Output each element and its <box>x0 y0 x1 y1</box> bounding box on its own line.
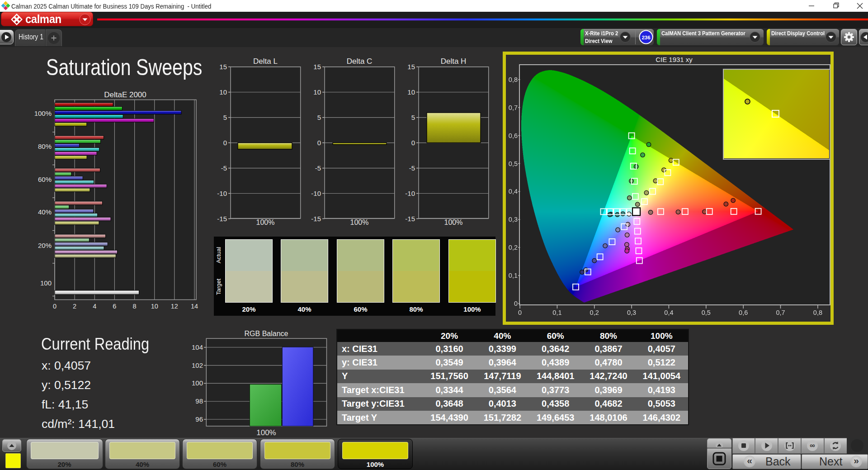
svg-text:100%: 100% <box>256 428 276 437</box>
svg-text:98: 98 <box>195 397 203 405</box>
svg-text:0,2: 0,2 <box>590 309 599 316</box>
svg-text:RGB Balance: RGB Balance <box>245 330 288 337</box>
svg-text:100%: 100% <box>256 218 275 226</box>
svg-text:0,4: 0,4 <box>509 188 518 195</box>
svg-text:4: 4 <box>93 303 96 310</box>
svg-text:40%: 40% <box>38 208 52 216</box>
svg-text:-15: -15 <box>405 215 415 223</box>
svg-text:DeltaE 2000: DeltaE 2000 <box>104 90 146 99</box>
svg-text:0,7: 0,7 <box>776 309 785 316</box>
svg-text:0: 0 <box>518 309 522 316</box>
svg-text:-5: -5 <box>315 164 321 172</box>
svg-text:100%: 100% <box>350 218 369 226</box>
svg-text:-5: -5 <box>221 164 227 172</box>
svg-text:Delta H: Delta H <box>441 57 467 66</box>
svg-text:0,1: 0,1 <box>552 309 561 316</box>
svg-text:0,8: 0,8 <box>509 76 518 83</box>
svg-text:0,6: 0,6 <box>509 132 518 139</box>
svg-text:236: 236 <box>642 35 650 40</box>
svg-text:15: 15 <box>313 63 321 71</box>
svg-text:10: 10 <box>313 88 321 96</box>
svg-text:0,5: 0,5 <box>702 309 711 316</box>
svg-text:0,5: 0,5 <box>509 160 518 167</box>
svg-text:0: 0 <box>317 139 321 147</box>
svg-text:60%: 60% <box>38 176 52 183</box>
svg-text:-10: -10 <box>311 190 321 197</box>
svg-text:100%: 100% <box>34 109 52 117</box>
svg-text:5: 5 <box>317 114 321 121</box>
svg-text:-10: -10 <box>405 190 415 197</box>
svg-text:6: 6 <box>113 303 116 310</box>
svg-text:∞: ∞ <box>810 442 815 449</box>
svg-text:0: 0 <box>53 303 57 310</box>
svg-text:10: 10 <box>151 303 158 310</box>
svg-text:104: 104 <box>192 343 203 351</box>
svg-text:0,3: 0,3 <box>627 309 636 316</box>
svg-text:80%: 80% <box>38 142 52 150</box>
svg-text:-15: -15 <box>311 215 321 223</box>
svg-text:0,3: 0,3 <box>509 216 518 223</box>
svg-text:5: 5 <box>411 114 415 121</box>
svg-text:-10: -10 <box>217 190 227 197</box>
svg-text:15: 15 <box>219 63 227 71</box>
svg-text:0,1: 0,1 <box>509 272 518 279</box>
svg-text:12: 12 <box>171 303 178 310</box>
svg-text:100%: 100% <box>444 218 463 226</box>
svg-text:0: 0 <box>223 139 227 147</box>
svg-text:Delta C: Delta C <box>347 57 373 66</box>
svg-text:10: 10 <box>407 88 415 96</box>
svg-text:5: 5 <box>223 114 227 121</box>
svg-text:8: 8 <box>133 303 137 310</box>
svg-text:14: 14 <box>191 303 198 310</box>
svg-text:0,8: 0,8 <box>813 309 822 316</box>
svg-text:2: 2 <box>73 303 76 310</box>
svg-text:0,7: 0,7 <box>509 104 518 111</box>
svg-text:0,2: 0,2 <box>509 244 518 251</box>
svg-text:-15: -15 <box>217 215 227 223</box>
svg-text:10: 10 <box>219 88 227 96</box>
svg-text:0,4: 0,4 <box>664 309 673 316</box>
svg-text:100: 100 <box>192 379 203 387</box>
svg-text:20%: 20% <box>38 242 52 249</box>
svg-text:102: 102 <box>192 361 203 369</box>
svg-text:96: 96 <box>195 415 203 423</box>
svg-text:100: 100 <box>40 279 52 287</box>
svg-text:0: 0 <box>411 139 415 147</box>
svg-text:0: 0 <box>514 300 518 307</box>
svg-text:-5: -5 <box>409 164 415 172</box>
svg-text:Delta L: Delta L <box>253 57 278 66</box>
svg-text:0,6: 0,6 <box>739 309 748 316</box>
svg-text:15: 15 <box>407 63 415 71</box>
